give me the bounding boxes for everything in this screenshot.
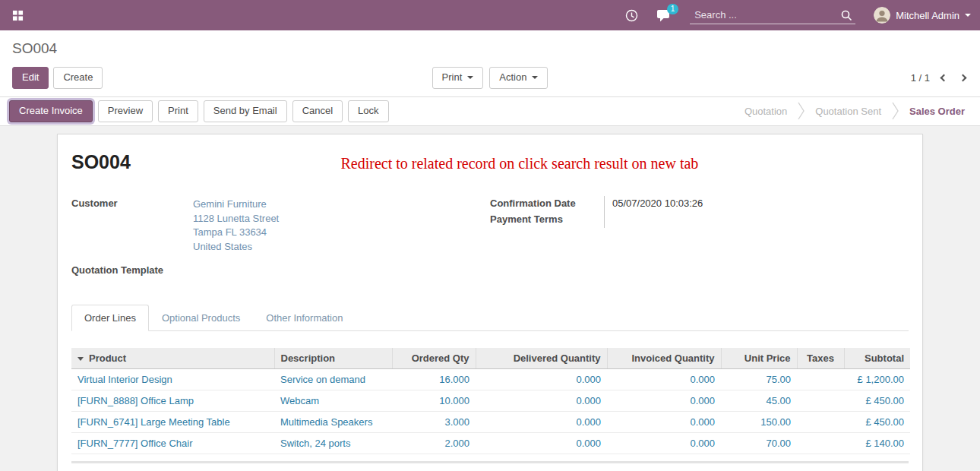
preview-button[interactable]: Preview	[98, 100, 153, 122]
header-unit-price[interactable]: Unit Price	[721, 348, 797, 369]
chevron-down-icon	[467, 76, 473, 79]
product-cell[interactable]: [FURN_7777] Office Chair	[71, 433, 274, 454]
message-count-badge: 1	[667, 4, 679, 14]
taxes-cell	[797, 412, 844, 433]
table-row[interactable]: [FURN_7777] Office Chair Switch, 24 port…	[71, 433, 910, 454]
header-invoiced-quantity[interactable]: Invoiced Quantity	[607, 348, 721, 369]
user-menu[interactable]: Mitchell Admin	[874, 7, 971, 24]
chevron-down-icon	[532, 76, 538, 79]
subtotal-cell: £ 450.00	[844, 390, 910, 412]
state-quotation[interactable]: Quotation	[740, 106, 792, 117]
action-menu-button[interactable]: Action	[489, 67, 548, 89]
invoiced-qty-cell: 0.000	[607, 390, 721, 412]
table-row[interactable]: Virtual Interior Design Service on deman…	[71, 369, 910, 390]
sheet-title: SO004	[71, 151, 131, 173]
annotation-text: Redirect to related record on click sear…	[131, 151, 909, 172]
tab-order-lines[interactable]: Order Lines	[71, 305, 149, 331]
statusbar-buttons: Create Invoice Preview Print Send by Ema…	[9, 100, 389, 122]
subtotal-cell: £ 1,200.00	[844, 369, 910, 390]
header-subtotal[interactable]: Subtotal	[844, 348, 910, 369]
pager-previous-button[interactable]	[939, 73, 949, 83]
table-row[interactable]: [FURN_6741] Large Meeting Table Multimed…	[71, 412, 910, 433]
apps-grid-icon	[12, 10, 24, 21]
ordered-qty-cell: 16.000	[392, 369, 476, 390]
send-by-email-button[interactable]: Send by Email	[204, 100, 287, 122]
print-button[interactable]: Print	[158, 100, 198, 122]
customer-country: United States	[193, 240, 490, 254]
customer-value[interactable]: Gemini Furniture 1128 Lunetta Street Tam…	[193, 196, 490, 256]
taxes-cell	[797, 390, 844, 412]
customer-name-link[interactable]: Gemini Furniture	[193, 198, 490, 212]
pager-next-button[interactable]	[958, 73, 968, 83]
unit-price-cell: 150.00	[721, 412, 797, 433]
print-menu-button[interactable]: Print	[432, 67, 484, 89]
field-group: Customer Gemini Furniture 1128 Lunetta S…	[71, 196, 909, 279]
payment-terms-label: Payment Terms	[490, 212, 604, 226]
apps-menu-button[interactable]	[9, 7, 27, 24]
search-input[interactable]	[693, 8, 840, 21]
state-quotation-sent[interactable]: Quotation Sent	[811, 106, 886, 117]
product-cell[interactable]: [FURN_6741] Large Meeting Table	[71, 412, 274, 433]
product-cell[interactable]: Virtual Interior Design	[71, 369, 274, 390]
confirmation-date-label: Confirmation Date	[490, 196, 604, 210]
cancel-button[interactable]: Cancel	[292, 100, 343, 122]
delivered-qty-cell: 0.000	[476, 369, 607, 390]
quotation-template-value	[193, 263, 490, 279]
search-icon[interactable]	[840, 9, 852, 21]
breadcrumb: SO004	[12, 40, 968, 57]
customer-label: Customer	[71, 196, 193, 210]
order-lines-table: Product Description Ordered Qty Delivere…	[71, 348, 910, 454]
pager-counter: 1 / 1	[911, 72, 930, 84]
navbar-right: 1 Mitchell Admin	[622, 6, 971, 25]
header-description[interactable]: Description	[274, 348, 392, 369]
state-sales-order[interactable]: Sales Order	[905, 106, 969, 117]
sheet-header: SO004 Redirect to related record on clic…	[71, 151, 909, 173]
user-name: Mitchell Admin	[896, 10, 959, 21]
unit-price-cell: 70.00	[721, 433, 797, 454]
delivered-qty-cell: 0.000	[476, 412, 607, 433]
customer-street: 1128 Lunetta Street	[193, 212, 490, 226]
invoiced-qty-cell: 0.000	[607, 412, 721, 433]
messages-button[interactable]: 1	[653, 6, 673, 25]
tab-optional-products[interactable]: Optional Products	[149, 305, 253, 331]
create-invoice-button[interactable]: Create Invoice	[9, 100, 93, 122]
control-panel-buttons: Edit Create Print Action 1 / 1	[12, 67, 968, 89]
product-cell[interactable]: [FURN_8888] Office Lamp	[71, 390, 274, 412]
description-cell: Service on demand	[274, 369, 392, 390]
ordered-qty-cell: 3.000	[392, 412, 476, 433]
description-cell: Switch, 24 ports	[274, 433, 392, 454]
table-header-row: Product Description Ordered Qty Delivere…	[71, 348, 910, 369]
content-area: SO004 Redirect to related record on clic…	[0, 126, 980, 471]
chevron-down-icon	[965, 14, 971, 17]
delivered-qty-cell: 0.000	[476, 433, 607, 454]
activities-button[interactable]	[622, 6, 641, 25]
subtotal-cell: £ 450.00	[844, 412, 910, 433]
page-title: SO004	[12, 40, 57, 56]
clock-icon	[625, 9, 638, 22]
description-cell: Multimedia Speakers	[274, 412, 392, 433]
customer-city: Tampa FL 33634	[193, 226, 490, 240]
create-button[interactable]: Create	[53, 67, 103, 89]
header-product[interactable]: Product	[71, 348, 274, 369]
invoiced-qty-cell: 0.000	[607, 369, 721, 390]
description-cell: Webcam	[274, 390, 392, 412]
header-delivered-quantity[interactable]: Delivered Quantity	[476, 348, 607, 369]
chevron-right-icon	[959, 74, 967, 81]
avatar	[874, 7, 890, 24]
tab-other-information[interactable]: Other Information	[253, 305, 356, 331]
header-ordered-qty[interactable]: Ordered Qty	[392, 348, 476, 369]
control-panel: SO004 Edit Create Print Action 1 / 1	[0, 30, 980, 96]
invoiced-qty-cell: 0.000	[607, 433, 721, 454]
payment-terms-value	[604, 212, 909, 228]
table-row[interactable]: [FURN_8888] Office Lamp Webcam 10.000 0.…	[71, 390, 910, 412]
lock-button[interactable]: Lock	[348, 100, 388, 122]
edit-button[interactable]: Edit	[12, 67, 49, 89]
chevron-left-icon	[940, 74, 948, 81]
delivered-qty-cell: 0.000	[476, 390, 607, 412]
taxes-cell	[797, 369, 844, 390]
unit-price-cell: 75.00	[721, 369, 797, 390]
form-sheet: SO004 Redirect to related record on clic…	[57, 134, 923, 471]
taxes-cell	[797, 433, 844, 454]
header-taxes[interactable]: Taxes	[797, 348, 844, 369]
table-footer-divider	[71, 461, 909, 463]
